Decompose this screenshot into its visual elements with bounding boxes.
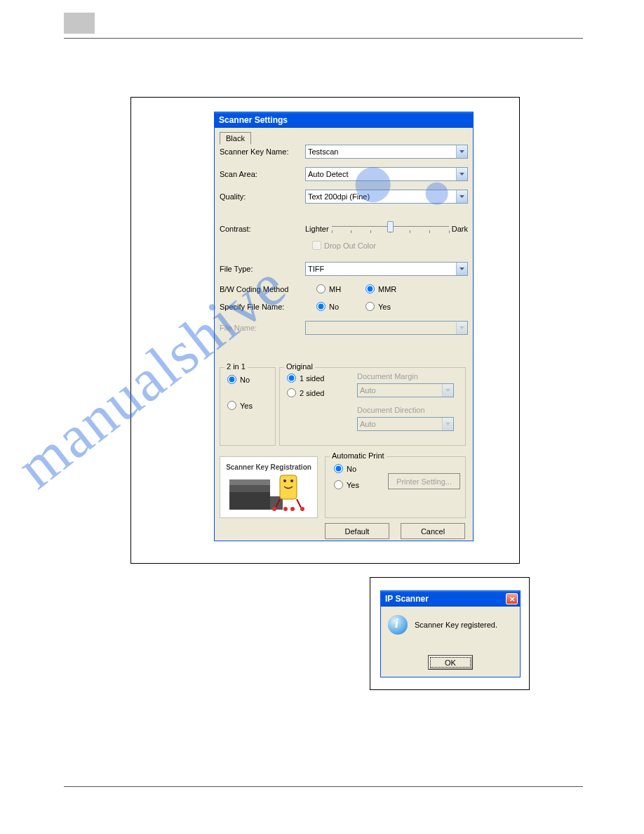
auto-yes-radio[interactable] bbox=[334, 480, 343, 489]
svg-rect-1 bbox=[229, 485, 270, 492]
dropout-checkbox bbox=[312, 241, 321, 250]
bw-mh-option[interactable]: MH bbox=[305, 284, 354, 293]
svg-rect-2 bbox=[229, 479, 270, 485]
2in1-yes-label: Yes bbox=[240, 402, 253, 410]
contrast-label: Contrast: bbox=[220, 225, 305, 233]
row-contrast: Contrast: Lighter Dark bbox=[220, 220, 468, 237]
legend-2in1: 2 in 1 bbox=[224, 362, 248, 371]
dialog-title: Scanner Settings bbox=[219, 115, 288, 125]
bw-mh-radio[interactable] bbox=[316, 284, 326, 293]
tab-row: Black bbox=[220, 131, 251, 145]
row-dropout: Drop Out Color bbox=[309, 239, 468, 252]
file-type-label: File Type: bbox=[220, 265, 305, 273]
fieldset-original: Original 1 sided 2 sided Document Margin… bbox=[279, 367, 466, 446]
one-sided-option[interactable]: 1 sided bbox=[287, 373, 324, 383]
row-scan-area: Scan Area: bbox=[220, 167, 468, 181]
file-name-combo bbox=[305, 321, 468, 335]
2in1-no-label: No bbox=[240, 376, 250, 384]
doc-margin-combo bbox=[357, 383, 454, 397]
bw-mh-label: MH bbox=[329, 285, 341, 293]
row-specify-file: Specify File Name: No Yes bbox=[220, 302, 468, 311]
doc-direction-input bbox=[357, 417, 454, 431]
specify-file-label: Specify File Name: bbox=[220, 303, 305, 311]
printer-setting-button: Printer Setting... bbox=[388, 473, 460, 489]
fieldset-2in1: 2 in 1 No Yes bbox=[220, 367, 276, 446]
svg-point-8 bbox=[300, 507, 304, 511]
chevron-down-icon[interactable] bbox=[456, 263, 467, 275]
popup-frame: IP Scanner ✕ Scanner Key registered. OK bbox=[370, 577, 530, 690]
default-button[interactable]: Default bbox=[325, 523, 389, 539]
footer-rule bbox=[64, 786, 583, 787]
one-sided-label: 1 sided bbox=[300, 374, 324, 383]
row-scanner-key-name: Scanner Key Name: bbox=[220, 145, 468, 159]
screenshot-frame: Scanner Settings Black Scanner Key Name:… bbox=[130, 97, 520, 564]
dialog-titlebar: Scanner Settings bbox=[215, 112, 473, 128]
file-type-combo[interactable] bbox=[305, 262, 468, 276]
quality-label: Quality: bbox=[220, 192, 305, 201]
2in1-yes-option[interactable]: Yes bbox=[227, 401, 253, 410]
quality-input[interactable] bbox=[305, 190, 468, 204]
file-type-input[interactable] bbox=[305, 262, 468, 276]
auto-no-label: No bbox=[347, 465, 356, 473]
svg-point-10 bbox=[290, 507, 295, 511]
svg-point-6 bbox=[290, 479, 293, 482]
chevron-down-icon bbox=[456, 322, 467, 334]
row-bw-coding: B/W Coding Method MH MMR bbox=[220, 284, 468, 293]
2in1-yes-radio[interactable] bbox=[227, 401, 236, 410]
specify-no-option[interactable]: No bbox=[305, 302, 354, 311]
2in1-no-option[interactable]: No bbox=[227, 375, 253, 384]
two-sided-radio[interactable] bbox=[287, 388, 296, 397]
legend-original: Original bbox=[284, 362, 315, 371]
scan-area-combo[interactable] bbox=[305, 167, 468, 181]
chevron-down-icon bbox=[442, 418, 453, 430]
quality-combo[interactable] bbox=[305, 190, 468, 204]
specify-no-radio[interactable] bbox=[316, 302, 326, 311]
cancel-button[interactable]: Cancel bbox=[401, 523, 465, 539]
popup-message: Scanner Key registered. bbox=[415, 621, 497, 629]
doc-margin-label: Document Margin bbox=[357, 372, 418, 380]
2in1-no-radio[interactable] bbox=[227, 375, 236, 384]
tab-black[interactable]: Black bbox=[220, 132, 251, 145]
doc-direction-label: Document Direction bbox=[357, 406, 425, 414]
auto-no-radio[interactable] bbox=[334, 464, 343, 473]
scanner-key-reg-caption: Scanner Key Registration bbox=[226, 463, 311, 471]
svg-point-7 bbox=[272, 507, 276, 511]
doc-direction-combo bbox=[357, 417, 454, 431]
header-rule bbox=[64, 38, 583, 39]
ip-scanner-popup: IP Scanner ✕ Scanner Key registered. OK bbox=[380, 590, 521, 677]
bw-mmr-radio[interactable] bbox=[365, 284, 375, 293]
scan-area-input[interactable] bbox=[305, 167, 468, 181]
svg-rect-4 bbox=[280, 475, 297, 499]
close-icon[interactable]: ✕ bbox=[506, 593, 518, 604]
contrast-dark-label: Dark bbox=[452, 225, 468, 233]
specify-yes-option[interactable]: Yes bbox=[354, 302, 403, 311]
legend-auto-print: Automatic Print bbox=[330, 451, 387, 460]
bw-coding-label: B/W Coding Method bbox=[220, 285, 305, 293]
scanner-key-name-input[interactable] bbox=[305, 145, 468, 159]
scanner-key-registration-image[interactable]: Scanner Key Registration bbox=[220, 456, 318, 518]
specify-yes-label: Yes bbox=[378, 303, 391, 311]
slider-thumb[interactable] bbox=[387, 221, 394, 232]
ok-button[interactable]: OK bbox=[428, 655, 473, 670]
scanner-key-name-combo[interactable] bbox=[305, 145, 468, 159]
specify-yes-radio[interactable] bbox=[365, 302, 375, 311]
auto-no-option[interactable]: No bbox=[334, 464, 359, 473]
contrast-slider[interactable] bbox=[332, 220, 449, 237]
dialog-body: Scanner Key Name: Scan Area: Quality: bbox=[220, 145, 468, 536]
chevron-down-icon[interactable] bbox=[456, 190, 467, 203]
bw-mmr-option[interactable]: MMR bbox=[354, 284, 403, 293]
chevron-down-icon[interactable] bbox=[456, 145, 467, 158]
popup-title: IP Scanner bbox=[385, 594, 429, 604]
chevron-down-icon[interactable] bbox=[456, 168, 467, 180]
popup-body: Scanner Key registered. bbox=[381, 607, 520, 635]
two-sided-option[interactable]: 2 sided bbox=[287, 388, 324, 397]
dropout-label: Drop Out Color bbox=[324, 241, 376, 250]
file-name-input bbox=[305, 321, 468, 335]
row-file-type: File Type: bbox=[220, 262, 468, 276]
auto-yes-option[interactable]: Yes bbox=[334, 480, 359, 489]
copier-illustration-icon bbox=[227, 472, 311, 511]
chevron-down-icon bbox=[442, 384, 453, 397]
one-sided-radio[interactable] bbox=[287, 373, 296, 383]
file-name-label: File Name: bbox=[220, 324, 305, 332]
doc-margin-input bbox=[357, 383, 454, 397]
